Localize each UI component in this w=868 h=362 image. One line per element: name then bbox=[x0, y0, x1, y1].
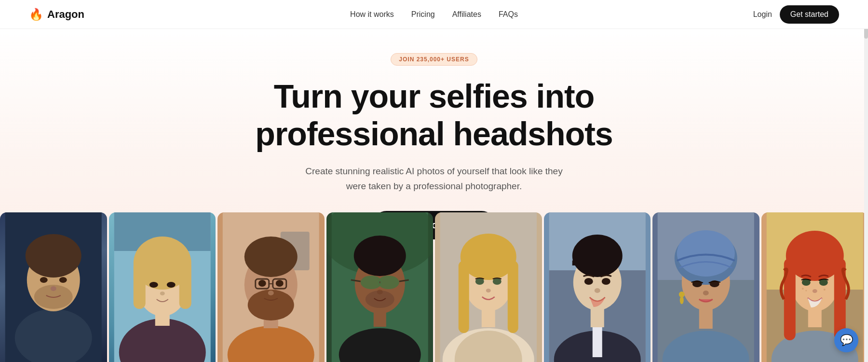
svg-point-5 bbox=[40, 277, 48, 283]
svg-point-67 bbox=[601, 278, 610, 285]
svg-point-55 bbox=[475, 278, 484, 285]
svg-rect-15 bbox=[179, 261, 191, 309]
svg-point-56 bbox=[493, 278, 502, 285]
svg-point-6 bbox=[59, 277, 67, 283]
scrollbar[interactable] bbox=[864, 0, 868, 362]
svg-point-7 bbox=[51, 286, 56, 291]
svg-rect-53 bbox=[459, 261, 469, 333]
gallery-photo-4 bbox=[326, 212, 434, 362]
gallery-photo-5 bbox=[435, 212, 542, 362]
svg-point-38 bbox=[353, 236, 406, 276]
gallery-photo-1 bbox=[0, 212, 107, 362]
flame-icon: 🔥 bbox=[29, 8, 43, 21]
nav-how-it-works[interactable]: How it works bbox=[350, 10, 394, 19]
svg-point-32 bbox=[268, 291, 274, 295]
svg-point-45 bbox=[365, 291, 394, 308]
hero-section: JOIN 235,000+ USERS Turn your selfies in… bbox=[0, 29, 868, 362]
hero-subtitle: Create stunning realistic AI photos of y… bbox=[299, 164, 569, 194]
svg-point-92 bbox=[812, 289, 817, 293]
svg-point-75 bbox=[677, 230, 735, 277]
login-button[interactable]: Login bbox=[753, 10, 772, 19]
svg-point-80 bbox=[703, 291, 709, 295]
svg-point-94 bbox=[805, 290, 807, 292]
svg-point-68 bbox=[594, 288, 600, 293]
svg-point-18 bbox=[160, 292, 164, 295]
get-started-button[interactable]: Get started bbox=[780, 5, 839, 24]
svg-point-57 bbox=[486, 289, 491, 292]
gallery-photo-7 bbox=[652, 212, 760, 362]
brand-name: Aragon bbox=[47, 8, 84, 21]
gallery-photo-6 bbox=[544, 212, 651, 362]
gallery-photo-2 bbox=[109, 212, 216, 362]
hero-title: Turn your selfies into professional head… bbox=[255, 77, 612, 153]
svg-point-16 bbox=[149, 282, 158, 288]
navbar: 🔥 Aragon How it works Pricing Affiliates… bbox=[0, 0, 868, 29]
photo-gallery bbox=[0, 212, 868, 362]
svg-rect-54 bbox=[508, 261, 518, 333]
gallery-photo-3 bbox=[217, 212, 325, 362]
svg-point-40 bbox=[378, 276, 399, 289]
nav-faqs[interactable]: FAQs bbox=[499, 10, 518, 19]
svg-point-66 bbox=[584, 278, 593, 285]
brand-logo[interactable]: 🔥 Aragon bbox=[29, 8, 84, 21]
svg-point-95 bbox=[823, 289, 825, 291]
chat-icon: 💬 bbox=[840, 334, 853, 347]
nav-pricing[interactable]: Pricing bbox=[411, 10, 435, 19]
svg-rect-14 bbox=[133, 261, 145, 309]
svg-point-77 bbox=[680, 296, 684, 304]
join-badge: JOIN 235,000+ USERS bbox=[391, 53, 477, 66]
nav-links: How it works Pricing Affiliates FAQs bbox=[350, 10, 518, 19]
chat-bubble[interactable]: 💬 bbox=[834, 328, 858, 352]
nav-affiliates[interactable]: Affiliates bbox=[452, 10, 481, 19]
svg-point-31 bbox=[276, 280, 284, 287]
svg-point-17 bbox=[166, 282, 175, 288]
svg-point-93 bbox=[801, 288, 803, 290]
svg-point-3 bbox=[26, 234, 81, 278]
nav-actions: Login Get started bbox=[753, 5, 839, 24]
svg-point-25 bbox=[244, 237, 298, 277]
svg-point-30 bbox=[258, 280, 266, 287]
